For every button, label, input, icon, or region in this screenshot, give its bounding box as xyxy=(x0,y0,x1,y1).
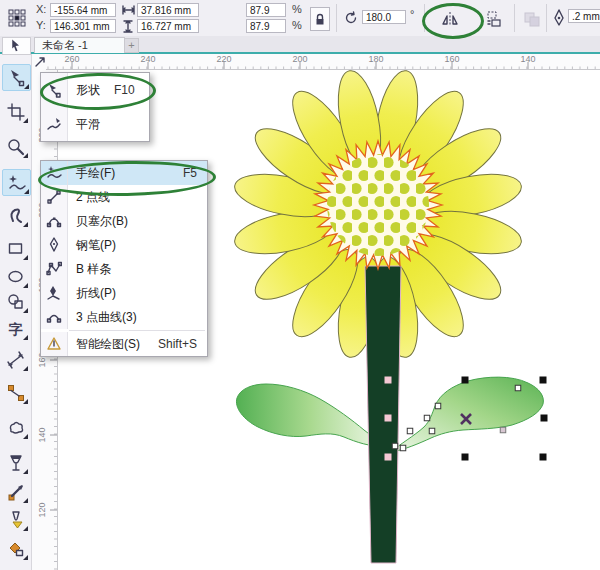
flyout-item-2point-line[interactable]: 2 点线 xyxy=(41,185,207,209)
flyout-item-shortcut: Shift+S xyxy=(158,337,207,351)
polyline-tool-icon xyxy=(41,281,68,305)
flyout-item-label: 平滑 xyxy=(68,116,100,133)
tool-pick[interactable] xyxy=(2,37,31,55)
curve-tool-flyout: 手绘(F) F5 2 点线 贝塞尔(B) 钢笔(P) B 样条 折线(P) xyxy=(40,160,208,357)
ruler-origin-corner[interactable] xyxy=(32,54,46,71)
document-title: 未命名 -1 xyxy=(42,38,88,53)
document-tab[interactable]: 未命名 -1 xyxy=(34,37,125,53)
pen-tool-icon xyxy=(41,233,68,257)
freehand-tool-icon xyxy=(7,173,27,193)
horizontal-ruler[interactable]: 260240220200180160140 xyxy=(46,54,600,70)
flyout-item-shortcut: F5 xyxy=(183,166,207,180)
mirror-horizontal-button[interactable] xyxy=(436,7,464,31)
tool-drop-shadow[interactable] xyxy=(2,415,29,440)
flyout-item-label: 手绘(F) xyxy=(68,165,115,182)
ruler-origin-icon xyxy=(34,56,46,68)
shape-tool-icon xyxy=(7,68,27,88)
toolbox: 字 xyxy=(0,54,32,570)
tool-connector[interactable] xyxy=(2,380,29,405)
flyout-item-bezier[interactable]: 贝塞尔(B) xyxy=(41,209,207,233)
tool-shape[interactable] xyxy=(2,64,31,91)
flyout-item-label: 3 点曲线(3) xyxy=(68,309,137,326)
tool-crop[interactable] xyxy=(2,99,29,124)
svg-text:180: 180 xyxy=(368,54,383,64)
object-origin-selector[interactable] xyxy=(6,7,28,29)
object-width-icon xyxy=(122,5,135,15)
object-width-field[interactable] xyxy=(137,3,199,17)
mirror-vertical-button[interactable] xyxy=(480,7,508,31)
svg-text:260: 260 xyxy=(64,54,79,64)
transparency-tool-icon xyxy=(6,453,26,473)
object-height-field[interactable] xyxy=(137,19,199,33)
y-position-field[interactable] xyxy=(50,19,116,33)
smooth-tool-icon xyxy=(41,107,68,141)
flyout-item-label: 形状 xyxy=(68,82,100,99)
tool-parallel-dimension[interactable] xyxy=(2,347,29,372)
text-tool-icon: 字 xyxy=(9,322,23,336)
mirror-horizontal-icon xyxy=(440,11,460,27)
tool-color-eyedropper[interactable] xyxy=(2,479,29,504)
flyout-item-pen[interactable]: 钢笔(P) xyxy=(41,233,207,257)
scale-horizontal-field[interactable] xyxy=(246,3,286,17)
flyout-item-label: 折线(P) xyxy=(68,285,116,302)
x-position-label: X: xyxy=(36,3,46,15)
svg-text:140: 140 xyxy=(37,427,47,442)
flyout-item-label: 2 点线 xyxy=(68,189,110,206)
mirror-vertical-icon xyxy=(484,10,504,28)
svg-text:120: 120 xyxy=(37,502,47,517)
outline-width-field[interactable] xyxy=(568,9,600,23)
scale-vertical-field[interactable] xyxy=(246,19,286,33)
zoom-tool-icon xyxy=(6,137,26,157)
flyout-item-polyline[interactable]: 折线(P) xyxy=(41,281,207,305)
drop-shadow-tool-icon xyxy=(6,418,26,438)
x-position-field[interactable] xyxy=(50,3,116,17)
new-document-tab-button[interactable]: + xyxy=(124,38,139,53)
crop-tool-icon xyxy=(6,102,26,122)
tool-polygon[interactable] xyxy=(2,289,29,314)
fill-tool-icon xyxy=(6,510,26,530)
flyout-item-freehand[interactable]: 手绘(F) F5 xyxy=(41,161,207,185)
y-position-label: Y: xyxy=(36,19,46,31)
tool-artistic-media[interactable] xyxy=(2,203,29,228)
svg-text:200: 200 xyxy=(292,54,307,64)
tool-interactive-fill[interactable] xyxy=(2,536,29,561)
bspline-tool-icon xyxy=(41,257,68,281)
svg-text:140: 140 xyxy=(520,54,535,64)
object-origin-icon xyxy=(6,7,28,29)
flyout-item-label: 钢笔(P) xyxy=(68,237,116,254)
three-point-curve-icon xyxy=(41,305,68,329)
smart-drawing-tool-icon xyxy=(41,332,68,356)
svg-text:220: 220 xyxy=(216,54,231,64)
outline-width-icon xyxy=(552,9,566,27)
flyout-item-label: 贝塞尔(B) xyxy=(68,213,128,230)
flyout-item-bspline[interactable]: B 样条 xyxy=(41,257,207,281)
document-tab-bar: 未命名 -1 + xyxy=(0,36,600,54)
artistic-media-icon xyxy=(6,206,26,226)
tool-transparency[interactable] xyxy=(2,450,29,475)
flyout-item-smart-drawing[interactable]: 智能绘图(S) Shift+S xyxy=(41,332,207,356)
degree-sign: ° xyxy=(410,8,414,20)
pick-arrow-icon xyxy=(8,38,24,53)
interactive-fill-tool-icon xyxy=(6,539,26,559)
rotation-angle-field[interactable] xyxy=(362,10,406,24)
lock-ratio-button[interactable] xyxy=(310,7,330,31)
flyout-item-smooth[interactable]: 平滑 xyxy=(41,107,149,141)
tool-rectangle[interactable] xyxy=(2,236,29,261)
svg-text:160: 160 xyxy=(444,54,459,64)
convert-to-curves-button xyxy=(519,7,545,31)
tool-fill[interactable] xyxy=(2,507,29,532)
tool-ellipse[interactable] xyxy=(2,264,29,289)
flyout-item-3point-curve[interactable]: 3 点曲线(3) xyxy=(41,305,207,329)
freehand-tool-icon xyxy=(41,161,68,185)
rectangle-tool-icon xyxy=(6,239,26,259)
tool-zoom[interactable] xyxy=(2,134,29,159)
shape-tool-flyout: 形状 F10 平滑 xyxy=(40,72,150,142)
percent-sign: % xyxy=(292,19,302,31)
tool-freehand[interactable] xyxy=(2,169,31,196)
flyout-item-label: B 样条 xyxy=(68,261,111,278)
tool-text[interactable]: 字 xyxy=(2,316,29,341)
overlapping-squares-icon xyxy=(522,10,542,28)
flyout-item-shape[interactable]: 形状 F10 xyxy=(41,73,149,107)
polygon-tool-icon xyxy=(6,292,26,312)
connector-tool-icon xyxy=(6,383,26,403)
